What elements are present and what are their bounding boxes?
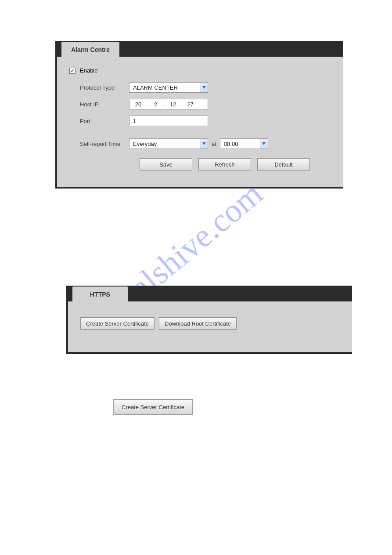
chevron-down-icon	[260, 139, 268, 149]
self-report-day-value: Everyday	[129, 141, 200, 147]
standalone-button-wrap: Create Server Certificate	[113, 399, 193, 415]
ip-seg-2[interactable]	[149, 101, 163, 108]
self-report-label: Self-report Time	[69, 141, 129, 147]
chevron-down-icon	[200, 83, 208, 92]
https-body: Create Server Certificate Download Root …	[68, 301, 352, 352]
port-label: Port	[69, 118, 129, 124]
enable-label: Enable	[80, 67, 97, 74]
default-button[interactable]: Default	[257, 158, 310, 170]
ip-seg-1[interactable]	[131, 101, 145, 108]
https-panel: HTTPS Create Server Certificate Download…	[66, 286, 352, 354]
tab-row: Alarm Centre	[57, 41, 343, 57]
ip-dot: .	[164, 101, 165, 108]
at-label: at	[211, 141, 217, 147]
self-report-time-select[interactable]: 08:00	[220, 138, 268, 149]
checkmark-icon: ✓	[70, 68, 75, 73]
ip-dot: .	[146, 101, 148, 108]
alarm-centre-panel: Alarm Centre ✓ Enable Protocol Type ALAR…	[55, 41, 343, 189]
tab-alarm-centre[interactable]: Alarm Centre	[61, 42, 119, 58]
self-report-time-value: 08:00	[220, 141, 260, 147]
protocol-type-label: Protocol Type	[69, 84, 129, 91]
refresh-button[interactable]: Refresh	[198, 158, 251, 170]
host-ip-input[interactable]: . . .	[129, 99, 208, 109]
port-input[interactable]	[129, 116, 208, 126]
ip-seg-4[interactable]	[183, 101, 198, 108]
protocol-type-value: ALARM CENTER	[129, 84, 200, 91]
chevron-down-icon	[200, 139, 208, 149]
create-server-cert-button[interactable]: Create Server Certificate	[80, 317, 155, 330]
ip-dot: .	[181, 101, 183, 108]
tab-https[interactable]: HTTPS	[72, 287, 128, 302]
alarm-centre-body: ✓ Enable Protocol Type ALARM CENTER Host…	[57, 57, 343, 187]
ip-seg-3[interactable]	[166, 101, 180, 108]
save-button[interactable]: Save	[140, 158, 192, 170]
self-report-day-select[interactable]: Everyday	[129, 138, 208, 149]
host-ip-label: Host IP	[69, 101, 129, 108]
download-root-cert-button[interactable]: Download Root Certificate	[159, 317, 237, 330]
create-server-cert-button-standalone[interactable]: Create Server Certificate	[113, 399, 193, 415]
enable-checkbox[interactable]: ✓	[69, 68, 76, 74]
tab-row: HTTPS	[68, 286, 352, 301]
protocol-type-select[interactable]: ALARM CENTER	[129, 82, 208, 93]
